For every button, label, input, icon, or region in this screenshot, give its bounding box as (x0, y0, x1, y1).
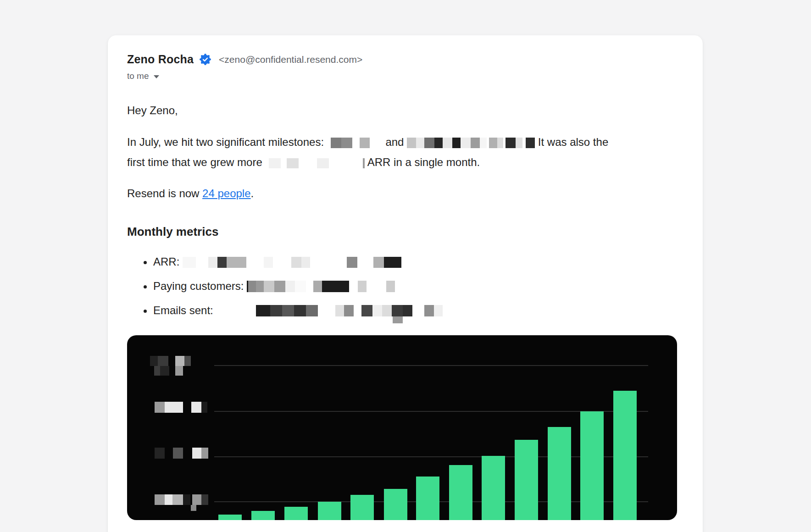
redacted-arr-value (183, 255, 401, 268)
milestones-text-1: In July, we hit two significant mileston… (127, 136, 324, 148)
grew-more-text: first time that we grew more (127, 156, 262, 168)
chart-bar (218, 515, 242, 520)
milestones-text-2: It was also the (538, 136, 608, 148)
email-header: Zeno Rocha <zeno@confidential.resend.com… (127, 53, 683, 66)
sender-name: Zeno Rocha (127, 53, 194, 66)
chart-ylabel-redacted (154, 366, 183, 376)
team-size-paragraph: Resend is now 24 people. (127, 187, 683, 200)
greeting-text: Hey Zeno, (127, 104, 683, 117)
metric-paying-customers-label: Paying customers: (153, 280, 244, 292)
sender-address: <zeno@confidential.resend.com> (219, 54, 362, 65)
team-size-link[interactable]: 24 people (202, 187, 250, 200)
team-size-prefix: Resend is now (127, 187, 202, 200)
verified-badge-icon (199, 53, 211, 66)
recipient-details-toggle[interactable]: to me (127, 71, 159, 81)
metric-emails-sent-label: Emails sent: (153, 304, 213, 316)
chart-gridline (214, 365, 648, 366)
chart-bar (251, 511, 275, 520)
chart-ylabel-redacted (191, 505, 196, 511)
chart-bar (548, 427, 571, 520)
chart-ylabel-redacted (155, 448, 208, 459)
arr-chart (127, 335, 677, 520)
milestones-line-1: In July, we hit two significant mileston… (127, 132, 683, 152)
chart-bar (482, 456, 505, 520)
metric-paying-customers: Paying customers: (153, 279, 683, 293)
redacted-milestone-2 (407, 136, 535, 148)
chart-bar (318, 502, 341, 520)
chart-bar (613, 391, 637, 520)
chart-bar (384, 489, 407, 520)
redacted-milestone-1 (327, 136, 383, 148)
milestones-paragraph: In July, we hit two significant mileston… (127, 132, 683, 172)
chart-bar (350, 495, 374, 520)
email-card: Zeno Rocha <zeno@confidential.resend.com… (108, 35, 703, 532)
chart-bar (580, 411, 604, 520)
metric-emails-sent: Emails sent: (153, 304, 683, 317)
chart-ylabel-redacted (155, 494, 208, 505)
milestones-line-2: first time that we grew more ARR in a si… (127, 152, 683, 172)
recipient-label: to me (127, 71, 149, 81)
chart-bar (449, 465, 472, 520)
redacted-paying-customers-value (247, 280, 395, 292)
redacted-emails-sent-value (216, 304, 443, 316)
redacted-grew-amount (265, 156, 365, 168)
milestones-conjunction: and (385, 136, 404, 148)
metrics-list: ARR: Paying customers: Emails sent: (127, 255, 683, 317)
metrics-heading: Monthly metrics (127, 225, 683, 239)
chart-bar (515, 440, 538, 520)
metric-arr-label: ARR: (153, 255, 179, 268)
metric-arr: ARR: (153, 255, 683, 269)
chevron-down-icon (154, 75, 159, 78)
chart-ylabel-redacted (155, 402, 207, 413)
arr-month-text: ARR in a single month. (367, 156, 480, 168)
chart-bar (284, 507, 308, 520)
page-background: { "email": { "sender_name": "Zeno Rocha"… (0, 0, 811, 532)
chart-ylabel-redacted (150, 356, 191, 366)
chart-bar (416, 477, 439, 520)
team-size-suffix: . (251, 187, 254, 200)
